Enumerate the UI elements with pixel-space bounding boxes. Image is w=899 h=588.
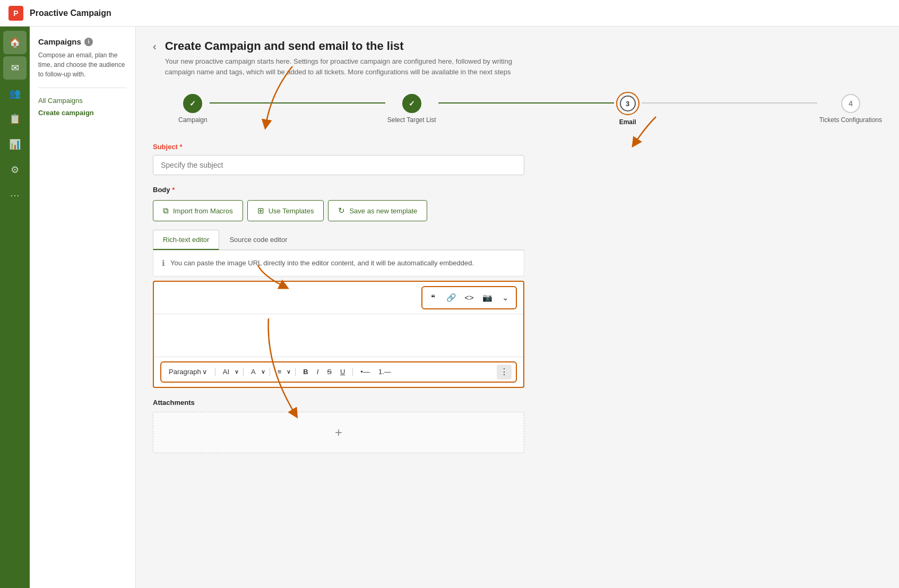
top-toolbar-group: ❝ 🔗 <> 📷 ⌄ bbox=[421, 286, 517, 309]
import-macros-icon: ⧉ bbox=[163, 206, 169, 215]
app-logo: P bbox=[8, 6, 23, 21]
font-color-button[interactable]: A bbox=[248, 366, 259, 378]
step-campaign: ✓ Campaign bbox=[178, 94, 208, 124]
step-circle-2: ✓ bbox=[402, 94, 421, 113]
step-circle-3: 3 bbox=[620, 96, 636, 111]
nav-more[interactable]: ⋯ bbox=[3, 184, 27, 207]
step-tickets: 4 Tickets Configurations bbox=[819, 94, 882, 124]
align-button[interactable]: ≡ bbox=[274, 366, 285, 378]
editor-tabs: Rich-text editor Source code editor bbox=[153, 230, 524, 250]
step-target-list: ✓ Select Target List bbox=[387, 94, 436, 124]
main-layout: 🏠 ✉ 👥 📋 📊 ⚙ ⋯ Campaigns i Compose an ema… bbox=[0, 27, 899, 588]
subject-input[interactable] bbox=[153, 155, 524, 175]
sidebar-description: Compose an email, plan the time, and cho… bbox=[38, 50, 127, 79]
save-template-icon: ↻ bbox=[338, 206, 345, 215]
quote-button[interactable]: ❝ bbox=[425, 289, 442, 306]
more-formats-button[interactable]: ⌄ bbox=[497, 289, 514, 306]
toolbar-sep-1 bbox=[215, 368, 215, 376]
step-connector-3 bbox=[642, 102, 817, 103]
steps-row: ✓ Campaign ✓ Select Target List 3 Email … bbox=[178, 92, 882, 126]
info-box-text: You can paste the image URL directly int… bbox=[170, 258, 474, 269]
save-template-button[interactable]: ↻ Save as new template bbox=[328, 200, 427, 221]
toolbar-sep-4 bbox=[295, 368, 296, 376]
step-circle-1: ✓ bbox=[183, 94, 202, 113]
import-macros-button[interactable]: ⧉ Import from Macros bbox=[153, 200, 243, 221]
step-email: 3 Email bbox=[616, 92, 639, 126]
tab-rich-text[interactable]: Rich-text editor bbox=[153, 230, 219, 250]
content-area: ‹ Create Campaign and send email to the … bbox=[136, 27, 899, 588]
app-title: Proactive Campaign bbox=[30, 8, 111, 18]
ai-chevron-icon: ∨ bbox=[235, 368, 239, 375]
bottom-toolbar-group: Paragraph ∨ AI ∨ A ∨ ≡ ∨ B bbox=[160, 361, 517, 383]
nav-list[interactable]: 📋 bbox=[3, 107, 27, 131]
back-button[interactable]: ‹ bbox=[153, 40, 157, 53]
subject-label: Subject * bbox=[153, 143, 524, 151]
sidebar-item-create-campaign[interactable]: Create campaign bbox=[38, 109, 127, 117]
code-button[interactable]: <> bbox=[461, 289, 478, 306]
step-circle-4: 4 bbox=[841, 94, 860, 113]
top-bar: P Proactive Campaign bbox=[0, 0, 899, 27]
toolbar-more-button[interactable]: ⋮ bbox=[497, 365, 512, 379]
image-button[interactable]: 📷 bbox=[479, 289, 496, 306]
sidebar: Campaigns i Compose an email, plan the t… bbox=[30, 27, 136, 588]
step-label-2: Select Target List bbox=[387, 116, 436, 124]
editor-top-toolbar: ❝ 🔗 <> 📷 ⌄ bbox=[154, 282, 523, 314]
attachments-label: Attachments bbox=[153, 399, 524, 407]
toolbar-sep-2 bbox=[243, 368, 244, 376]
toolbar-sep-3 bbox=[270, 368, 270, 376]
page-header-text: Create Campaign and send email to the li… bbox=[165, 39, 537, 77]
step-active-ring: 3 bbox=[616, 92, 639, 115]
italic-button[interactable]: I bbox=[314, 366, 322, 378]
align-chevron-icon: ∨ bbox=[287, 368, 291, 375]
body-label: Body * bbox=[153, 186, 524, 194]
sidebar-item-all-campaigns[interactable]: All Campaigns bbox=[38, 97, 127, 105]
font-chevron-icon: ∨ bbox=[261, 368, 265, 375]
page-header: ‹ Create Campaign and send email to the … bbox=[153, 39, 882, 77]
editor-content[interactable] bbox=[154, 314, 523, 357]
link-button[interactable]: 🔗 bbox=[443, 289, 460, 306]
step-connector-2 bbox=[438, 102, 614, 103]
use-templates-icon: ⊞ bbox=[257, 206, 264, 215]
nav-email[interactable]: ✉ bbox=[3, 56, 27, 80]
tab-source-code[interactable]: Source code editor bbox=[219, 230, 297, 250]
nav-settings[interactable]: ⚙ bbox=[3, 158, 27, 181]
body-required: * bbox=[172, 186, 175, 194]
nav-reports[interactable]: 📊 bbox=[3, 133, 27, 156]
icon-nav: 🏠 ✉ 👥 📋 📊 ⚙ ⋯ bbox=[0, 27, 30, 588]
step-label-1: Campaign bbox=[178, 116, 208, 124]
bullet-list-button[interactable]: •— bbox=[357, 366, 373, 378]
underline-button[interactable]: U bbox=[337, 366, 348, 378]
info-circle-icon: ℹ bbox=[162, 258, 165, 268]
editor-bottom-toolbar: Paragraph ∨ AI ∨ A ∨ ≡ ∨ B bbox=[154, 357, 523, 387]
nav-home[interactable]: 🏠 bbox=[3, 31, 27, 54]
strikethrough-button[interactable]: S bbox=[324, 366, 335, 378]
attachments-plus-icon: + bbox=[335, 425, 342, 440]
rich-text-editor[interactable]: ❝ 🔗 <> 📷 ⌄ Paragraph ∨ bbox=[153, 281, 524, 388]
nav-contacts[interactable]: 👥 bbox=[3, 82, 27, 105]
paragraph-chevron-icon: ∨ bbox=[202, 368, 208, 376]
step-connector-1 bbox=[210, 102, 385, 103]
info-icon: i bbox=[84, 38, 93, 46]
page-description: Your new proactive campaign starts here.… bbox=[165, 56, 537, 77]
paragraph-dropdown[interactable]: Paragraph ∨ bbox=[166, 366, 211, 378]
step-label-4: Tickets Configurations bbox=[819, 116, 882, 124]
ordered-list-button[interactable]: 1.— bbox=[375, 366, 394, 378]
use-templates-button[interactable]: ⊞ Use Templates bbox=[247, 200, 324, 221]
toolbar-sep-5 bbox=[352, 368, 353, 376]
sidebar-title: Campaigns i bbox=[38, 37, 127, 46]
action-buttons-row: ⧉ Import from Macros ⊞ Use Templates ↻ S… bbox=[153, 200, 524, 221]
attachments-dropzone[interactable]: + bbox=[153, 412, 524, 453]
form-section: Subject * Body * ⧉ Import from Macros ⊞ … bbox=[153, 143, 524, 453]
bold-button[interactable]: B bbox=[300, 366, 311, 378]
step-label-3: Email bbox=[619, 118, 636, 126]
page-title: Create Campaign and send email to the li… bbox=[165, 39, 537, 53]
attachments-section: Attachments + bbox=[153, 399, 524, 453]
info-box: ℹ You can paste the image URL directly i… bbox=[153, 250, 524, 276]
sidebar-divider bbox=[38, 88, 127, 88]
ai-button[interactable]: AI bbox=[220, 366, 232, 378]
subject-required: * bbox=[180, 143, 183, 151]
